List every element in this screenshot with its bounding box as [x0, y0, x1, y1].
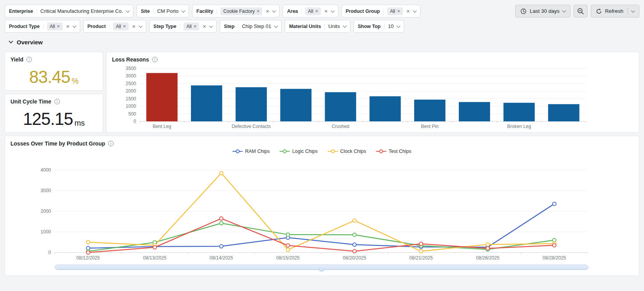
filter-product-group[interactable]: Product GroupAll×× — [341, 5, 420, 18]
svg-text:Bent Leg: Bent Leg — [152, 124, 171, 129]
filter-step[interactable]: StepChip Step 01 — [220, 20, 282, 33]
clear-filter-icon[interactable]: × — [203, 23, 206, 29]
refresh-icon — [596, 8, 602, 14]
legend-label: Test Chips — [388, 149, 411, 154]
filter-tag[interactable]: All× — [113, 23, 129, 30]
svg-text:3000: 3000 — [126, 73, 136, 79]
legend-item-logic-chips[interactable]: Logic Chips — [280, 149, 317, 154]
filter-label: Step — [224, 24, 238, 29]
filter-step-type[interactable]: Step TypeAll×× — [149, 20, 217, 33]
svg-text:0: 0 — [133, 119, 136, 124]
chevron-down-icon[interactable] — [182, 9, 186, 12]
time-range-label: Last 30 days — [530, 8, 560, 14]
legend-item-clock-chips[interactable]: Clock Chips — [328, 149, 366, 154]
svg-text:08/14/2025: 08/14/2025 — [210, 255, 233, 261]
chevron-down-icon[interactable] — [209, 24, 213, 28]
filter-material-units[interactable]: Material UnitsUnits — [285, 20, 350, 33]
filter-label: Site — [141, 9, 154, 14]
legend-label: RAM Chips — [245, 149, 270, 154]
filter-label: Step Type — [154, 24, 180, 29]
filter-tag-label: All — [50, 24, 55, 29]
filter-tag[interactable]: All× — [305, 7, 321, 15]
chevron-down-icon[interactable] — [126, 9, 130, 12]
info-icon[interactable]: i — [152, 57, 158, 62]
chevron-down-icon[interactable] — [272, 9, 276, 12]
filter-label: Show Top — [358, 24, 385, 29]
filter-value: Critical Manufacturing Enterprise Co. — [40, 8, 123, 14]
time-range-button[interactable]: Last 30 days — [515, 5, 570, 18]
filter-facility[interactable]: FacilityCookie Factory×× — [192, 5, 280, 18]
zoom-out-button[interactable] — [574, 5, 588, 18]
info-icon[interactable]: i — [108, 141, 114, 146]
filter-tag[interactable]: All× — [387, 7, 403, 15]
data-zoom-slider[interactable] — [55, 265, 588, 270]
chevron-down-icon[interactable] — [413, 9, 416, 12]
filter-area[interactable]: AreaAll×× — [283, 5, 338, 18]
remove-tag-icon[interactable]: × — [194, 24, 197, 29]
loss-reasons-card: Loss Reasons i 0500100015002000250030003… — [106, 52, 639, 133]
chevron-down-icon[interactable] — [343, 24, 347, 28]
clear-filter-icon[interactable]: × — [406, 8, 410, 14]
clear-filter-icon[interactable]: × — [66, 23, 70, 29]
legend-item-test-chips[interactable]: Test Chips — [376, 149, 411, 154]
kpi-unit: % — [72, 77, 79, 86]
filter-value: Chip Step 01 — [242, 23, 271, 29]
button-divider — [628, 7, 628, 15]
remove-tag-icon[interactable]: × — [315, 9, 318, 14]
svg-text:0: 0 — [48, 250, 51, 255]
refresh-options-chevron-icon[interactable] — [631, 9, 635, 12]
slider-notch[interactable] — [318, 269, 325, 272]
clock-icon — [520, 8, 527, 14]
remove-tag-icon[interactable]: × — [57, 24, 60, 29]
filter-tag[interactable]: All× — [47, 23, 63, 30]
svg-text:1000: 1000 — [126, 103, 136, 109]
chevron-down-icon[interactable] — [274, 24, 278, 28]
filter-product-type[interactable]: Product TypeAll×× — [5, 20, 80, 33]
svg-text:3000: 3000 — [40, 188, 51, 193]
clear-filter-icon[interactable]: × — [324, 8, 328, 14]
filter-product[interactable]: ProductAll×× — [83, 20, 146, 33]
chevron-down-icon[interactable] — [138, 24, 142, 28]
info-icon[interactable]: i — [26, 57, 32, 62]
filter-label: Facility — [196, 9, 217, 14]
remove-tag-icon[interactable]: × — [397, 9, 400, 14]
filter-label: Area — [287, 9, 302, 14]
chevron-down-icon[interactable] — [331, 9, 334, 12]
chevron-down-icon[interactable] — [397, 24, 401, 28]
legend-marker-icon — [328, 149, 338, 154]
svg-text:2000: 2000 — [126, 88, 136, 94]
kpi-unit: ms — [74, 119, 85, 128]
info-icon[interactable]: i — [54, 99, 60, 104]
remove-tag-icon[interactable]: × — [123, 24, 126, 29]
legend-marker-icon — [233, 149, 243, 154]
refresh-button[interactable]: Refresh — [591, 5, 639, 18]
svg-text:1000: 1000 — [40, 229, 51, 235]
clear-filter-icon[interactable]: × — [132, 23, 136, 29]
refresh-label: Refresh — [605, 8, 623, 14]
filter-tag[interactable]: Cookie Factory× — [220, 7, 262, 15]
filter-label: Enterprise — [9, 9, 37, 14]
overview-section-header[interactable]: Overview — [9, 39, 43, 46]
filter-bar-row-1: EnterpriseCritical Manufacturing Enterpr… — [5, 5, 639, 18]
collapse-chevron-icon[interactable] — [9, 39, 13, 43]
filter-site[interactable]: SiteCM Porto — [136, 5, 189, 18]
clear-filter-icon[interactable]: × — [266, 8, 269, 14]
filter-enterprise[interactable]: EnterpriseCritical Manufacturing Enterpr… — [5, 5, 133, 18]
section-title: Overview — [17, 39, 43, 46]
chart-title: Loss Reasons — [112, 56, 149, 63]
filter-tag[interactable]: All× — [184, 23, 199, 30]
kpi-value: 125.15 ms — [5, 106, 103, 132]
filter-tag-label: All — [390, 9, 395, 14]
legend-item-ram-chips[interactable]: RAM Chips — [233, 149, 270, 154]
svg-text:4000: 4000 — [40, 167, 51, 173]
remove-tag-icon[interactable]: × — [257, 9, 260, 14]
filter-show-top[interactable]: Show Top10 — [354, 20, 404, 33]
kpi-number: 125.15 — [23, 109, 73, 129]
kpi-title: Yield — [10, 56, 23, 63]
svg-text:08/26/2025: 08/26/2025 — [476, 255, 499, 261]
filter-tag-label: All — [186, 24, 191, 29]
filter-value: 10 — [388, 23, 394, 29]
chevron-down-icon[interactable] — [72, 24, 76, 28]
svg-text:08/13/2025: 08/13/2025 — [143, 255, 166, 261]
svg-text:08/15/2025: 08/15/2025 — [276, 255, 299, 261]
